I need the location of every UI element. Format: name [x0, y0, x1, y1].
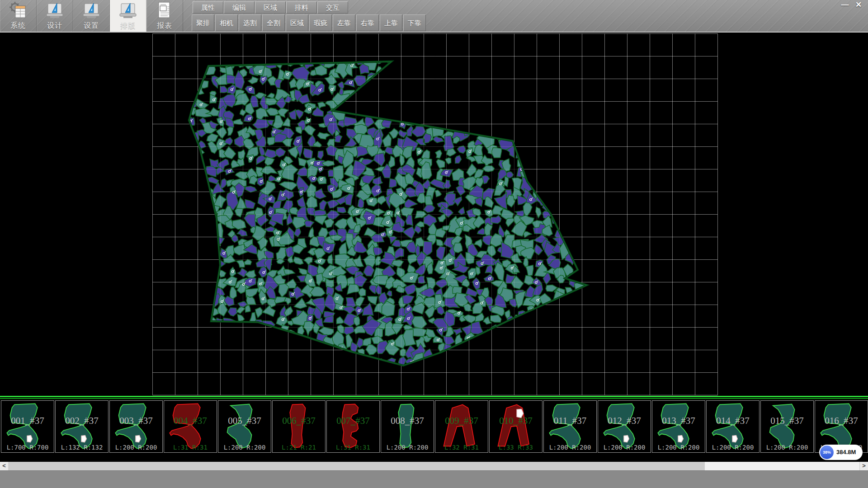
piece-thumbnail-004[interactable]: 004_#37L:31 R:31 — [164, 400, 217, 453]
tool-button-9[interactable]: 上靠 — [380, 14, 402, 31]
toolbar-button-label: 排版 — [110, 21, 146, 31]
toolbar-button-1[interactable]: 系统 — [0, 0, 37, 32]
tool-button-6[interactable]: 瑕疵 — [309, 14, 332, 31]
piece-thumbnail-strip: 001_#37L:700 R:700002_#37L:132 R:132003_… — [0, 396, 868, 462]
gear-table-icon — [8, 1, 28, 21]
toolbar-button-2[interactable]: 设计 — [37, 0, 73, 32]
piece-thumbnail-015[interactable]: 015_#37L:200 R:200 — [760, 400, 814, 453]
piece-shape-icon — [818, 402, 865, 450]
scrollbar-thumb[interactable] — [9, 462, 705, 470]
tool-button-5[interactable]: 区域 — [286, 14, 308, 31]
piece-shape-icon — [601, 402, 648, 450]
piece-thumbnail-007[interactable]: 007_#37L:31 R:31 — [326, 400, 380, 453]
main-toolbar: 系统设计设置排版报表 — [0, 0, 183, 32]
scroll-left-arrow-icon[interactable]: < — [0, 462, 9, 470]
toolbar-button-label: 报表 — [146, 21, 183, 31]
piece-shape-icon — [547, 402, 594, 450]
menu-tab-1[interactable]: 属性 — [193, 1, 223, 14]
piece-thumbnail-006[interactable]: 006_#37L:21 R:21 — [272, 400, 326, 453]
tool-button-1[interactable]: 聚排 — [192, 14, 214, 31]
piece-shape-icon — [167, 402, 214, 450]
piece-shape-icon — [384, 402, 431, 450]
report-doc-icon — [155, 1, 175, 21]
piece-thumbnail-009[interactable]: 009_#37L:32 R:31 — [435, 400, 488, 453]
piece-thumbnail-010[interactable]: 010_#37L:33 R:33 — [489, 400, 542, 453]
piece-shape-icon — [4, 402, 51, 450]
toolbar-button-label: 设置 — [73, 21, 109, 31]
menu-tab-3[interactable]: 区域 — [255, 1, 286, 14]
piece-shape-icon — [492, 402, 539, 450]
settings-ruler-icon — [81, 1, 101, 21]
design-ruler-icon — [45, 1, 65, 21]
memory-size-value: 384.8M — [836, 445, 856, 460]
piece-shape-icon — [275, 402, 322, 450]
horizontal-scrollbar[interactable]: < > — [0, 462, 868, 470]
tool-button-7[interactable]: 左靠 — [333, 14, 355, 31]
tool-button-row: 聚排相机选割全割区域瑕疵左靠右靠上靠下靠 — [192, 14, 427, 31]
toolbar-button-label: 系统 — [0, 21, 36, 31]
piece-thumbnail-001[interactable]: 001_#37L:700 R:700 — [1, 400, 54, 453]
piece-shape-icon — [221, 402, 268, 450]
tool-button-10[interactable]: 下靠 — [403, 14, 426, 31]
piece-thumbnail-014[interactable]: 014_#37L:200 R:200 — [706, 400, 760, 453]
minimize-button[interactable]: — — [838, 0, 852, 11]
menu-tab-4[interactable]: 排料 — [286, 1, 317, 14]
toolbar-button-label: 设计 — [37, 21, 73, 31]
nesting-workspace-canvas[interactable] — [0, 33, 868, 396]
piece-shape-icon — [113, 402, 160, 450]
tool-button-8[interactable]: 右靠 — [356, 14, 379, 31]
piece-thumbnail-008[interactable]: 008_#37L:200 R:200 — [381, 400, 434, 453]
piece-shape-icon — [58, 402, 105, 450]
piece-thumbnail-012[interactable]: 012_#37L:200 R:200 — [598, 400, 651, 453]
piece-shape-icon — [330, 402, 377, 450]
piece-thumbnail-013[interactable]: 013_#37L:200 R:200 — [652, 400, 705, 453]
menu-tab-bar: 属性编辑区域排料交互 — [193, 1, 349, 14]
toolbar-button-3[interactable]: 设置 — [73, 0, 110, 32]
window-controls: — ✕ — [838, 0, 865, 11]
tool-button-3[interactable]: 选割 — [239, 14, 261, 31]
piece-shape-icon — [438, 402, 485, 450]
close-button[interactable]: ✕ — [852, 0, 865, 11]
menu-tab-5[interactable]: 交互 — [317, 1, 348, 14]
piece-thumbnail-005[interactable]: 005_#37L:200 R:200 — [218, 400, 271, 453]
piece-thumbnail-list: 001_#37L:700 R:700002_#37L:132 R:132003_… — [0, 400, 868, 453]
status-bar — [0, 470, 868, 488]
piece-shape-icon — [764, 402, 811, 450]
toolbar-button-4[interactable]: 排版 — [110, 0, 146, 32]
piece-thumbnail-002[interactable]: 002_#37L:132 R:132 — [55, 400, 108, 453]
menu-tab-2[interactable]: 编辑 — [224, 1, 255, 14]
toolbar-button-5[interactable]: 报表 — [146, 0, 183, 32]
titlebar: 系统设计设置排版报表 属性编辑区域排料交互 聚排相机选割全割区域瑕疵左靠右靠上靠… — [0, 0, 868, 33]
memory-usage-badge: 38% 384.8M — [819, 445, 863, 460]
scroll-right-arrow-icon[interactable]: > — [859, 462, 868, 470]
piece-shape-icon — [709, 402, 756, 450]
piece-thumbnail-011[interactable]: 011_#37L:200 R:200 — [543, 400, 597, 453]
piece-thumbnail-003[interactable]: 003_#37L:200 R:200 — [109, 400, 163, 453]
tool-button-4[interactable]: 全割 — [262, 14, 285, 31]
memory-percent-indicator: 38% — [820, 446, 834, 459]
tool-button-2[interactable]: 相机 — [215, 14, 238, 31]
nesting-ruler-icon — [118, 1, 138, 21]
piece-shape-icon — [655, 402, 702, 450]
